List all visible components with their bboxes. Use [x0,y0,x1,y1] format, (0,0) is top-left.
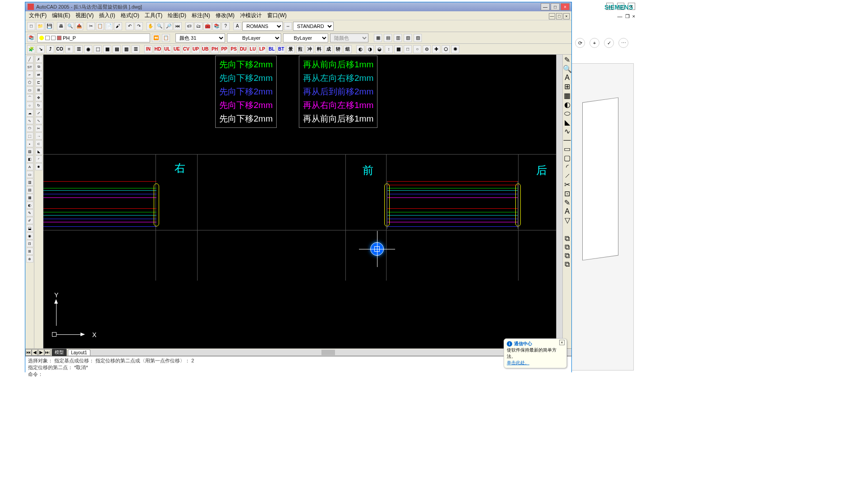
menu-format[interactable]: 格式(O) [119,11,141,20]
zoom-win-button[interactable]: 🔎 [165,22,173,30]
zoom-rt-button[interactable]: 🔍 [156,22,164,30]
tab-prev-button[interactable]: ◀ [32,349,38,356]
print-button[interactable]: 🖶 [57,22,65,30]
mdi-restore-icon[interactable]: ❐ [625,14,630,19]
rt-11[interactable]: ▭ [564,145,571,153]
s5-button[interactable]: ◐ [26,202,33,209]
mdi-close-icon[interactable]: × [632,14,635,19]
menu-view[interactable]: 视图(V) [74,11,95,20]
s2-button[interactable]: ▥ [26,178,33,186]
ct-ph[interactable]: PH [211,45,219,53]
open-button[interactable]: 📁 [36,22,44,30]
hscroll-thumb[interactable] [321,350,335,355]
ct-lu[interactable]: LU [249,45,257,53]
rt-17[interactable]: ✎ [564,198,570,207]
ct-m4[interactable]: ↕ [385,45,393,53]
tp-button[interactable]: 🧰 [203,22,212,30]
layer-prev-button[interactable]: ⏪ [152,34,160,42]
array-button[interactable]: ⊞ [35,86,42,94]
menu-edit[interactable]: 编辑(E) [50,11,72,20]
tab-layout1[interactable]: Layout1 [68,349,90,356]
undo-button[interactable]: ↶ [126,22,134,30]
layer-select[interactable]: PH_P [37,33,150,42]
textstyle-icon[interactable]: A [233,22,241,30]
balloon-close-button[interactable]: × [559,340,565,345]
rt-18[interactable]: A [565,207,570,216]
s6-button[interactable]: ✎ [26,209,33,216]
rt-6[interactable]: ◐ [564,100,571,109]
horizontal-scrollbar[interactable] [90,349,571,356]
xline-button[interactable]: ST [26,63,33,70]
ct-design[interactable]: 🧩 [27,45,35,53]
s7-button[interactable]: ✐ [26,217,33,224]
arc-button[interactable]: ⌒ [26,94,33,101]
siemens-tool-icon[interactable]: + [590,38,599,48]
siemens-more-icon[interactable]: ⋯ [618,38,628,48]
rt-19[interactable]: ▽ [565,216,570,225]
ct-du[interactable]: DU [239,45,247,53]
command-window[interactable]: 选择对象： 指定基点或位移： 指定位移的第二点或〈用第一点作位移〉： 2 指定位… [25,356,571,379]
rt-12[interactable]: ▢ [564,154,571,162]
mdi-close-icon[interactable]: × [563,13,570,19]
match-button[interactable]: 🖌 [114,22,122,30]
ct-pp[interactable]: PP [220,45,228,53]
mdi-max-icon[interactable]: □ [556,13,562,19]
mdi-minimize-icon[interactable]: — [618,14,623,19]
region-button[interactable]: ◧ [26,155,33,163]
fillet-button[interactable]: ◜ [35,155,42,163]
ct-c1[interactable]: 景 [287,45,295,53]
break-button[interactable]: ⊂ [35,140,42,147]
textstyle-select[interactable]: ROMANS [242,22,283,31]
rt-23[interactable]: ⧉ [565,260,570,268]
rt-13[interactable]: ◜ [566,163,569,171]
pline-button[interactable]: ⌐ [26,71,33,78]
explode-button[interactable]: ✸ [35,163,42,170]
misc-btn2[interactable]: ▤ [384,34,392,42]
ct-c7[interactable]: 组 [344,45,352,53]
rt-5[interactable]: ▦ [564,91,571,100]
ct-ul[interactable]: UL [163,45,171,53]
layer-manager-button[interactable]: 📚 [27,34,35,42]
ct-mark[interactable]: ◉ [84,45,92,53]
rt-2[interactable]: 🔍 [563,65,572,73]
s10-button[interactable]: ⊡ [26,240,33,247]
autocad-titlebar[interactable]: AutoCAD 2005 - [E:\马达壳\遥臂旋切贴俱 ].dwg] [25,2,571,11]
revcloud-button[interactable]: ☁ [26,109,33,117]
block-button[interactable]: ⬚ [26,132,33,140]
menu-file[interactable]: 文件(F) [27,11,48,20]
menu-insert[interactable]: 插入(I) [97,11,117,20]
rect-button[interactable]: ▭ [26,86,33,94]
stretch-button[interactable]: ⤡ [35,117,42,124]
trim-button[interactable]: ✂ [35,125,42,132]
rt-22[interactable]: ⧉ [565,252,570,260]
pan-button[interactable]: ✋ [146,22,155,30]
misc-btn4[interactable]: ▧ [404,34,412,42]
ct-m1[interactable]: ◐ [356,45,364,53]
rt-9[interactable]: ∿ [564,127,570,136]
text-button[interactable]: A [26,163,33,170]
acad-close-button[interactable]: × [561,3,570,10]
ct-m6[interactable]: □ [404,45,412,53]
chamfer-button[interactable]: ◣ [35,148,42,155]
rt-10[interactable]: — [564,136,571,144]
rt-21[interactable]: ⧉ [565,243,570,251]
rt-20[interactable]: ⧉ [565,235,570,243]
hatch-button[interactable]: ▨ [26,148,33,155]
misc-btn5[interactable]: ▨ [414,34,422,42]
point-button[interactable]: • [26,140,33,147]
ct-m3[interactable]: ◒ [375,45,383,53]
color-select[interactable]: 颜色 31 [175,33,225,42]
rt-1[interactable]: ✎ [564,56,570,64]
dimstyle-select[interactable]: STANDARD [293,22,334,31]
s1-button[interactable]: ▭ [26,171,33,178]
rt-8[interactable]: ◣ [565,118,570,127]
extend-button[interactable]: → [35,132,42,140]
linetype-select[interactable]: ByLayer [227,33,281,42]
layer-state-button[interactable]: 📋 [162,34,170,42]
ct-c5[interactable]: 成 [325,45,333,53]
misc-btn3[interactable]: ▥ [394,34,402,42]
ct-list[interactable]: ☰ [75,45,83,53]
polygon-button[interactable]: ⬠ [26,79,33,86]
ct-bt[interactable]: BT [277,45,285,53]
tab-first-button[interactable]: ⏮ [25,349,32,356]
